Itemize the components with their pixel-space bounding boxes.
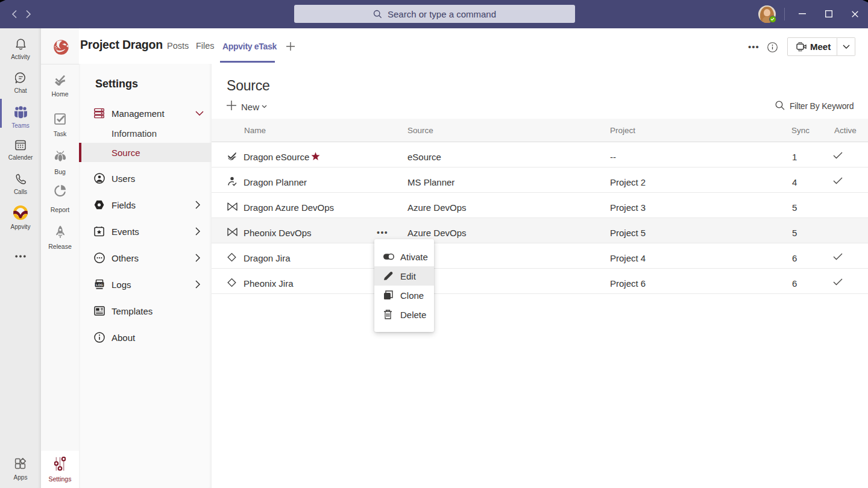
svg-text:LOG: LOG xyxy=(96,283,103,287)
